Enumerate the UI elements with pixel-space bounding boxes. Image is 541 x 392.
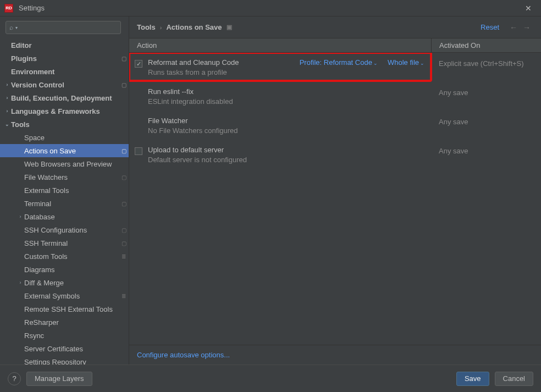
scope-indicator-icon: ▢ (119, 227, 129, 233)
col-activated: Activated On (431, 38, 541, 52)
sidebar-item[interactable]: SSH Configurations▢ (0, 223, 129, 236)
sidebar-item[interactable]: Environment (0, 65, 129, 78)
table-row: Reformat and Cleanup CodeProfile: Reform… (129, 53, 541, 82)
reset-link[interactable]: Reset (481, 23, 499, 31)
sidebar-item-label: SSH Terminal (24, 239, 119, 247)
settings-tree[interactable]: EditorPlugins▢Environment›Version Contro… (0, 38, 129, 365)
scope-indicator-icon: ▢ (119, 56, 129, 62)
manage-layers-button[interactable]: Manage Layers (26, 372, 92, 386)
window-title: Settings (19, 4, 45, 12)
cancel-button[interactable]: Cancel (495, 372, 533, 386)
sidebar-item[interactable]: Plugins▢ (0, 52, 129, 65)
scope-indicator-icon: ▢ (119, 240, 129, 246)
activated-on: Any save (431, 146, 541, 164)
sidebar-item[interactable]: SSH Terminal▢ (0, 236, 129, 250)
sidebar-item[interactable]: Web Browsers and Preview (0, 157, 129, 170)
chevron-right-icon: › (160, 24, 162, 31)
sidebar-item[interactable]: Space (0, 131, 129, 144)
sidebar-item[interactable]: Rsync (0, 329, 129, 342)
titlebar: RD Settings ✕ (0, 0, 541, 16)
sidebar-item-label: External Tools (24, 186, 119, 195)
sidebar-item[interactable]: Diagrams (0, 263, 129, 276)
table-header: Action Activated On (129, 38, 541, 53)
sidebar-item-label: Server Certificates (24, 345, 119, 353)
sidebar-item[interactable]: Terminal▢ (0, 197, 129, 210)
settings-sidebar: ⌕ ▾ EditorPlugins▢Environment›Version Co… (0, 16, 129, 365)
sidebar-item[interactable]: Editor (0, 38, 129, 52)
breadcrumb: Tools › Actions on Save ▣ (137, 23, 232, 31)
sidebar-item-label: Database (24, 213, 119, 221)
sidebar-item-label: Remote SSH External Tools (24, 305, 119, 313)
sidebar-item-label: Plugins (11, 54, 119, 63)
sidebar-item[interactable]: ⌄Tools (0, 118, 129, 131)
scope-indicator-icon: ≣ (119, 253, 129, 260)
sidebar-item[interactable]: Custom Tools≣ (0, 250, 129, 263)
table-row: Run eslint --fixESLint integration disab… (129, 82, 541, 111)
help-button[interactable]: ? (8, 372, 21, 385)
tree-expand-icon: › (3, 95, 11, 101)
sidebar-item-label: Space (24, 134, 119, 142)
sidebar-item-label: Web Browsers and Preview (24, 160, 119, 168)
profile-dropdown[interactable]: Profile: Reformat Code⌄ (300, 58, 378, 67)
action-title: Upload to default server (148, 146, 424, 154)
scope-indicator-icon: ▢ (119, 148, 129, 154)
sidebar-item[interactable]: Settings Repository (0, 355, 129, 365)
row-checkbox[interactable] (135, 60, 142, 68)
sidebar-item[interactable]: ›Languages & Frameworks (0, 104, 129, 118)
chevron-down-icon: ⌄ (373, 60, 378, 66)
scope-indicator-icon: ▢ (119, 174, 129, 180)
settings-content: Tools › Actions on Save ▣ Reset ← → Acti… (129, 16, 541, 365)
scope-indicator-icon: ▢ (119, 201, 129, 207)
action-title: Reformat and Cleanup Code (148, 58, 300, 67)
sidebar-item[interactable]: ›Database (0, 210, 129, 223)
action-description: No File Watchers configured (148, 126, 424, 135)
sidebar-item[interactable]: File Watchers▢ (0, 170, 129, 184)
sidebar-item[interactable]: ›Version Control▢ (0, 78, 129, 91)
scope-indicator-icon: ≣ (119, 293, 129, 299)
sidebar-item[interactable]: ReSharper (0, 316, 129, 329)
sidebar-item[interactable]: ›Diff & Merge (0, 276, 129, 289)
sidebar-item-label: Settings Repository (24, 358, 119, 365)
action-description: Default server is not configured (148, 156, 424, 164)
sidebar-item-label: External Symbols (24, 292, 119, 300)
app-icon: RD (4, 4, 13, 13)
table-row: File WatcherNo File Watchers configuredA… (129, 111, 541, 140)
forward-icon[interactable]: → (520, 23, 533, 32)
sidebar-item-label: Build, Execution, Deployment (11, 94, 119, 102)
sidebar-item[interactable]: Server Certificates (0, 342, 129, 355)
close-icon[interactable]: ✕ (520, 4, 537, 13)
tree-expand-icon: ⌄ (3, 122, 11, 127)
sidebar-item[interactable]: External Symbols≣ (0, 289, 129, 302)
breadcrumb-root[interactable]: Tools (137, 23, 156, 31)
scope-dropdown[interactable]: Whole file⌄ (388, 58, 424, 67)
save-button[interactable]: Save (456, 372, 489, 386)
row-checkbox[interactable] (135, 147, 142, 155)
sidebar-item-label: Actions on Save (24, 147, 119, 155)
sidebar-item-label: SSH Configurations (24, 226, 119, 234)
sidebar-item-label: Custom Tools (24, 252, 119, 261)
sidebar-item-label: Languages & Frameworks (11, 107, 119, 115)
table-row: Upload to default serverDefault server i… (129, 140, 541, 169)
sidebar-item-label: Tools (11, 120, 119, 129)
sidebar-item[interactable]: Actions on Save▢ (0, 144, 129, 157)
activated-on: Any save (431, 87, 541, 106)
sidebar-item[interactable]: External Tools (0, 184, 129, 197)
sidebar-item-label: Editor (11, 41, 119, 49)
col-action: Action (129, 38, 431, 52)
sidebar-item-label: Environment (11, 68, 119, 76)
sidebar-item[interactable]: ›Build, Execution, Deployment (0, 91, 129, 104)
configure-autosave-link[interactable]: Configure autosave options... (129, 345, 541, 365)
tree-expand-icon: › (16, 214, 24, 219)
profile-scope-icon: ▣ (227, 24, 232, 31)
dialog-footer: ? Manage Layers Save Cancel (0, 365, 541, 392)
back-icon[interactable]: ← (507, 23, 520, 32)
actions-table: Reformat and Cleanup CodeProfile: Reform… (129, 53, 541, 345)
tree-expand-icon: › (3, 82, 11, 87)
sidebar-item-label: Version Control (11, 81, 119, 89)
action-description: Runs tasks from a profile (148, 68, 424, 76)
action-description: ESLint integration disabled (148, 97, 424, 106)
activated-on: Explicit save (Ctrl+Shift+S) (431, 58, 541, 76)
search-input[interactable]: ⌕ ▾ (5, 21, 121, 34)
sidebar-item[interactable]: Remote SSH External Tools (0, 302, 129, 316)
sidebar-item-label: Diagrams (24, 266, 119, 274)
